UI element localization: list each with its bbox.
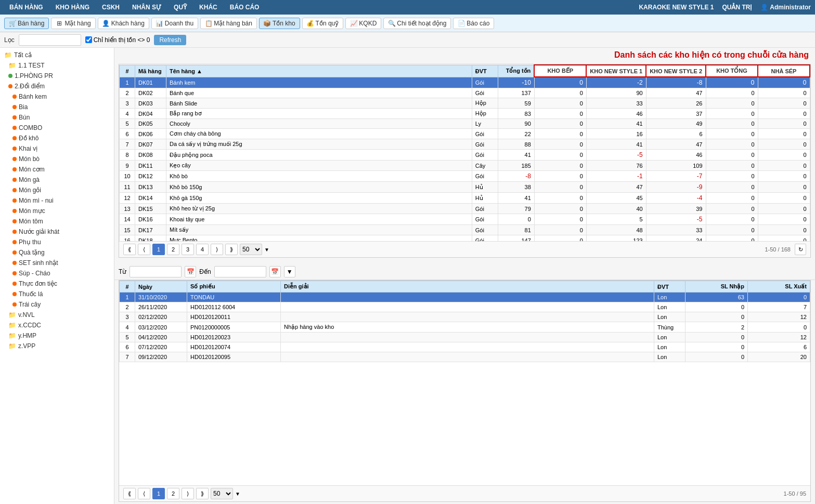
filter-checkbox-label[interactable]: Chỉ hiển thị tồn <> 0	[85, 36, 150, 44]
sidebar-item-combo[interactable]: COMBO	[0, 123, 114, 133]
page-4-btn[interactable]: 4	[196, 244, 209, 255]
nav-bao-cao[interactable]: BÁO CÁO	[225, 2, 265, 13]
filter-input[interactable]	[19, 34, 81, 46]
sidebar-item-banh-kem[interactable]: Bánh kem	[0, 91, 114, 102]
table-row[interactable]: 5 DK05 Chocoly Ly 90 0 41 49 0 0	[120, 119, 810, 129]
sidebar-item-vnvl[interactable]: 📁 v.NVL	[0, 310, 114, 320]
table-row[interactable]: 2 26/11/2020 HD0120112 6004 Lon 0 7	[120, 302, 810, 312]
to-calendar-btn[interactable]: 📅	[269, 266, 281, 277]
date-dropdown-btn[interactable]: ▼	[284, 266, 295, 277]
sidebar-item-set-sinh-nhat[interactable]: SET sinh nhật	[0, 258, 114, 268]
sidebar-item-mon-mi-nui[interactable]: Món mì - nui	[0, 195, 114, 206]
bpage-last-btn[interactable]: ⟫	[196, 488, 209, 499]
table-row[interactable]: 15 DK17 Mít sấy Gói 81 0 48 33 0 0	[120, 225, 810, 235]
to-date-input[interactable]	[214, 266, 266, 277]
table-row[interactable]: 8 DK08 Đậu phộng poca Gói 41 0 -5 46 0 0	[120, 150, 810, 161]
table-row[interactable]: 7 09/12/2020 HD0120120095 Lon 0 20	[120, 352, 810, 362]
page-next-btn[interactable]: ⟩	[211, 244, 223, 255]
sidebar-item-sup-chao[interactable]: Súp - Cháo	[0, 268, 114, 278]
page-first-btn[interactable]: ⟪	[123, 244, 136, 255]
nav-nhan-su[interactable]: NHÂN SỰ	[127, 2, 166, 13]
sidebar-item-mon-bo[interactable]: Món bò	[0, 154, 114, 164]
nav-cskh[interactable]: CSKH	[97, 2, 125, 13]
bcell-dien	[281, 302, 654, 312]
sidebar-item-do-kho[interactable]: Đồ khô	[0, 133, 114, 143]
table-row[interactable]: 4 03/12/2020 PN0120000005 Nhập hàng vào …	[120, 322, 810, 333]
table-row[interactable]: 6 DK06 Cơm cháy chà bông Gói 22 0 16 6 0…	[120, 129, 810, 139]
toolbar-ton-kho[interactable]: 📦 Tồn kho	[259, 18, 300, 29]
sidebar-item-qua-tang[interactable]: Quà tặng	[0, 247, 114, 258]
toolbar-mat-hang-ban[interactable]: 📋 Mặt hàng bán	[200, 18, 257, 29]
filter-checkbox[interactable]	[85, 36, 92, 43]
table-row[interactable]: 7 DK07 Da cá sấy vị trứng muối 25g Gói 8…	[120, 139, 810, 150]
table-row[interactable]: 9 DK11 Kẹo cây Cây 185 0 76 109 0 0	[120, 161, 810, 171]
cell-ma: DK15	[135, 204, 166, 214]
sidebar-item-mon-muc[interactable]: Món mực	[0, 206, 114, 216]
sidebar-item-all[interactable]: 📁 Tất cả	[0, 50, 114, 60]
bpage-2-btn[interactable]: 2	[167, 488, 179, 499]
table-row[interactable]: 4 DK04 Bắp rang bơ Hộp 83 0 46 37 0 0	[120, 109, 810, 119]
page-prev-btn[interactable]: ⟨	[138, 244, 150, 255]
toolbar-doanh-thu[interactable]: 📊 Doanh thu	[151, 18, 198, 29]
bpage-prev-btn[interactable]: ⟨	[138, 488, 150, 499]
bpage-next-btn[interactable]: ⟩	[182, 488, 194, 499]
sidebar-item-bia[interactable]: Bia	[0, 102, 114, 112]
table-row[interactable]: 16 DK18 Mực Bento Gói 147 0 123 24 0 0	[120, 235, 810, 242]
page-size-bottom[interactable]: 50 100	[211, 488, 233, 499]
table-row[interactable]: 14 DK16 Khoai tây que Gói 0 0 5 -5 0 0	[120, 214, 810, 225]
page-last-btn[interactable]: ⟫	[225, 244, 238, 255]
toolbar-bao-cao[interactable]: 📄 Báo cáo	[453, 18, 494, 29]
toolbar-ban-hang[interactable]: 🛒 Bán hàng	[4, 18, 49, 29]
from-calendar-btn[interactable]: 📅	[185, 266, 196, 277]
toolbar-kqkd[interactable]: 📈 KQKD	[345, 18, 381, 29]
sidebar-item-nuoc-giai-khat[interactable]: Nước giải khát	[0, 227, 114, 237]
toolbar-mat-hang[interactable]: ⊞ Mặt hàng	[51, 18, 95, 29]
sidebar-item-khai-vi[interactable]: Khai vị	[0, 143, 114, 154]
sidebar-item-xccdc[interactable]: 📁 x.CCDC	[0, 320, 114, 330]
table-row[interactable]: 3 02/12/2020 HD0120120011 Lon 0 12	[120, 312, 810, 322]
admin-label[interactable]: QUẢN TRỊ	[722, 4, 752, 11]
nav-khac[interactable]: KHÁC	[194, 2, 223, 13]
top-refresh-btn[interactable]: ↻	[795, 244, 806, 255]
nav-quy[interactable]: QUỸ	[169, 2, 192, 13]
nav-kho-hang[interactable]: KHO HÀNG	[50, 2, 95, 13]
table-row[interactable]: 1 31/10/2020 TONDAU Lon 63 0	[120, 293, 810, 302]
page-1-btn[interactable]: 1	[152, 244, 165, 255]
toolbar-ton-quy[interactable]: 💰 Tồn quỹ	[302, 18, 344, 29]
toolbar-chi-tiet[interactable]: 🔍 Chi tiết hoạt động	[383, 18, 451, 29]
table-row[interactable]: 6 07/12/2020 HD0120120074 Lon 0 6	[120, 342, 810, 352]
sidebar-item-thuoc-la[interactable]: Thuốc lá	[0, 289, 114, 299]
bottom-table-wrapper[interactable]: # Ngày Số phiếu Diễn giải ĐVT SL Nhập SL…	[119, 281, 810, 485]
sidebar-item-test[interactable]: 📁 1.1 TEST	[0, 60, 114, 71]
top-table-wrapper[interactable]: # Mã hàng Tên hàng ▲ ĐVT Tổng tồn KHO BẾ…	[119, 64, 810, 241]
table-row[interactable]: 10 DK12 Khô bò Gói -8 0 -1 -7 0 0	[120, 171, 810, 182]
sidebar-item-yhmp[interactable]: 📁 y.HMP	[0, 330, 114, 341]
table-row[interactable]: 13 DK15 Khô heo từ vị 25g Gói 79 0 40 39…	[120, 204, 810, 214]
sidebar-item-mon-ga[interactable]: Món gà	[0, 175, 114, 185]
page-2-btn[interactable]: 2	[167, 244, 179, 255]
sidebar-item-phong-pr[interactable]: 1.PHÒNG PR	[0, 71, 114, 81]
sidebar-item-thuc-don-tiec[interactable]: Thực đơn tiệc	[0, 278, 114, 289]
page-size-top[interactable]: 50 100	[240, 244, 262, 255]
sidebar-item-phu-thu[interactable]: Phụ thu	[0, 237, 114, 247]
table-row[interactable]: 12 DK14 Khô gà 150g Hủ 41 0 45 -4 0 0	[120, 193, 810, 204]
sidebar-item-bun[interactable]: Bún	[0, 112, 114, 123]
table-row[interactable]: 5 04/12/2020 HD0120120023 Lon 0 12	[120, 333, 810, 342]
bpage-1-btn[interactable]: 1	[152, 488, 165, 499]
sidebar-item-mon-tom[interactable]: Món tôm	[0, 216, 114, 227]
page-3-btn[interactable]: 3	[182, 244, 194, 255]
table-row[interactable]: 11 DK13 Khô bò 150g Hủ 38 0 47 -9 0 0	[120, 182, 810, 193]
nav-ban-hang[interactable]: BÁN HÀNG	[4, 2, 48, 13]
table-row[interactable]: 3 DK03 Bánh Slide Hộp 59 0 33 26 0 0	[120, 98, 810, 109]
sidebar-item-mon-goi[interactable]: Món gỏi	[0, 185, 114, 195]
refresh-button[interactable]: Refresh	[154, 35, 186, 45]
sidebar-item-trai-cay[interactable]: Trái cây	[0, 299, 114, 310]
from-date-input[interactable]	[130, 266, 182, 277]
table-row[interactable]: 1 DK01 Bánh kem Gói -10 0 -2 -8 0 0	[120, 77, 810, 88]
sidebar-item-doi-diem[interactable]: 2.Đổi điểm	[0, 81, 114, 91]
bpage-first-btn[interactable]: ⟪	[123, 488, 136, 499]
table-row[interactable]: 2 DK02 Bánh que Gói 137 0 90 47 0 0	[120, 88, 810, 98]
toolbar-khach-hang[interactable]: 👤 Khách hàng	[98, 18, 149, 29]
sidebar-item-zvpp[interactable]: 📁 z.VPP	[0, 341, 114, 351]
sidebar-item-mon-com[interactable]: Món cơm	[0, 164, 114, 175]
